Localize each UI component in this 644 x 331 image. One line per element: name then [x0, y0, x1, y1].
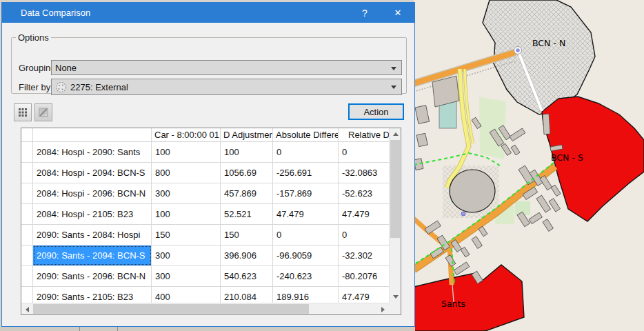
chevron-down-icon [391, 86, 396, 89]
options-legend: Options [16, 32, 51, 43]
comparison-table: Car - 8:00:00 01 D Adjustmer Absolute Di… [21, 128, 401, 315]
zone-label-sants: Sants [441, 299, 465, 309]
table-row[interactable]: 2090: Sants - 2105: B23 400 210.084 189.… [21, 287, 389, 303]
header-absolute[interactable]: Absolute Difference [273, 128, 339, 141]
table-row[interactable]: 2090: Sants - 2084: Hospi 150 150 0 0 [21, 225, 389, 245]
map-view[interactable]: BCN - N BCN - S Sants [414, 0, 644, 331]
table-row[interactable]: 2090: Sants - 2096: BCN-N 300 540.623 -2… [21, 266, 389, 287]
row-label[interactable]: 2084: Hospi - 2094: BCN-S [33, 163, 152, 183]
map-node[interactable] [514, 47, 522, 54]
header-relative[interactable]: Relative Dif [339, 128, 389, 141]
table-header: Car - 8:00:00 01 D Adjustmer Absolute Di… [21, 128, 389, 142]
matrix-grid-icon [18, 108, 28, 117]
header-adjustment[interactable]: D Adjustmer [221, 128, 273, 141]
horizontal-scrollbar[interactable] [21, 303, 389, 314]
dialog-titlebar[interactable]: Data Comparison ? ✕ [2, 3, 414, 23]
matrix-edit-icon [38, 107, 49, 118]
screen: BCN - N BCN - S Sants Data Comparison ? … [0, 0, 644, 331]
row-label[interactable]: 2084: Hospi - 2096: BCN-N [33, 183, 152, 203]
map-stadium [450, 170, 495, 212]
scroll-up-button[interactable] [390, 128, 401, 140]
header-label-column[interactable] [33, 128, 152, 141]
filter-by-label: Filter by: [19, 82, 53, 92]
background-grid-line [79, 327, 80, 331]
zone-icon [55, 81, 67, 93]
table-rows: 2084: Hospi - 2090: Sants 100 100 0 0 20… [21, 142, 389, 303]
help-button[interactable]: ? [351, 3, 379, 23]
horizontal-scroll-thumb[interactable] [33, 304, 309, 314]
header-car[interactable]: Car - 8:00:00 01 [152, 128, 221, 141]
background-window-edge [0, 327, 415, 331]
row-label[interactable]: 2084: Hospi - 2090: Sants [33, 142, 152, 162]
table-row[interactable]: 2084: Hospi - 2094: BCN-S 800 1056.69 -2… [21, 163, 389, 183]
filter-by-value: 2275: External [70, 82, 128, 92]
scroll-down-button[interactable] [390, 291, 401, 303]
row-label[interactable]: 2090: Sants - 2096: BCN-N [33, 266, 152, 286]
dialog-title: Data Comparison [21, 8, 90, 18]
data-comparison-dialog: Data Comparison ? ✕ Options Grouping: No… [1, 2, 415, 327]
close-button[interactable]: ✕ [384, 3, 412, 23]
filter-by-select[interactable]: 2275: External [51, 79, 402, 95]
scroll-left-button[interactable] [21, 303, 33, 315]
zone-sants[interactable] [414, 265, 524, 331]
map-poi-dot [461, 212, 465, 216]
grouping-value: None [55, 63, 77, 73]
table-row[interactable]: 2084: Hospi - 2090: Sants 100 100 0 0 [21, 142, 389, 163]
table-row[interactable]: 2084: Hospi - 2096: BCN-N 300 457.869 -1… [21, 183, 389, 204]
vertical-scrollbar[interactable] [389, 128, 401, 303]
matrix-edit-button[interactable] [34, 103, 52, 121]
scroll-right-button[interactable] [377, 303, 389, 315]
matrix-view-button[interactable] [14, 103, 32, 121]
map-building [543, 114, 550, 134]
options-group: Options Grouping: None Filter by: [11, 32, 407, 94]
zone-label-bcn-n: BCN - N [532, 38, 565, 48]
row-label[interactable]: 2090: Sants - 2105: B23 [33, 287, 152, 303]
map-canvas: BCN - N BCN - S Sants [414, 0, 644, 331]
row-label[interactable]: 2084: Hospi - 2105: B23 [33, 204, 152, 224]
row-label[interactable]: 2090: Sants - 2084: Hospi [33, 225, 152, 245]
dialog-body: Options Grouping: None Filter by: [2, 23, 414, 326]
vertical-scroll-thumb[interactable] [390, 140, 400, 238]
chevron-down-icon [391, 67, 396, 70]
row-label[interactable]: 2090: Sants - 2094: BCN-S [33, 245, 152, 265]
table-row[interactable]: 2084: Hospi - 2105: B23 100 52.521 47.47… [21, 204, 389, 225]
scrollbar-corner [389, 303, 401, 314]
zone-label-bcn-s: BCN - S [551, 152, 583, 163]
table-row-selected[interactable]: 2090: Sants - 2094: BCN-S 300 396.906 -9… [21, 245, 389, 266]
action-button[interactable]: Action [348, 103, 404, 120]
background-grid-line [117, 327, 118, 331]
header-corner [21, 128, 33, 141]
grouping-select[interactable]: None [51, 60, 402, 75]
